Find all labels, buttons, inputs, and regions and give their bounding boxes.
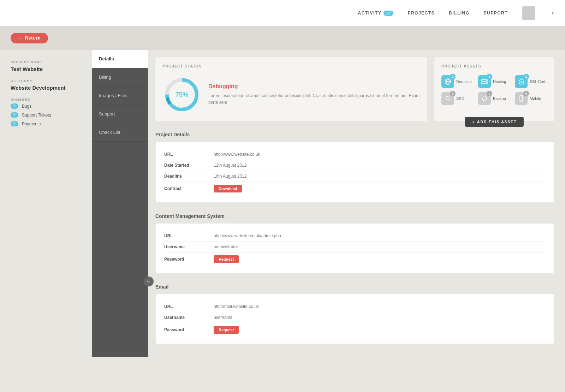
nav-images-files[interactable]: Images / Files — [92, 87, 148, 105]
domains-badge: 2 — [450, 74, 456, 79]
url-row: URL http://www.website.co.uk — [164, 149, 546, 160]
hosting-badge: 1 — [487, 74, 492, 79]
date-started-row: Date Started 12th August 2012 — [164, 160, 546, 171]
numbers-section: NUMBERS 0 Bugs 0 Support Tickets 0 Payme… — [11, 98, 92, 126]
nav-projects[interactable]: PROJECTS — [408, 11, 435, 16]
bugs-count: 0 — [11, 103, 18, 109]
cms-password-key: Password — [164, 257, 214, 262]
email-password-row: Password Request — [164, 323, 546, 337]
nav-billing[interactable]: Billing — [92, 68, 148, 87]
backup-badge: 0 — [487, 91, 492, 96]
project-assets-title: Project Assets — [441, 64, 547, 68]
domains-icon: 2 — [441, 75, 454, 88]
email-title: Email — [155, 284, 554, 290]
email-url-value: http://mail.website.co.uk — [214, 304, 259, 309]
left-sidebar: PROJECT NAME Test Website CATEGORY Websi… — [11, 50, 92, 357]
svg-point-10 — [446, 96, 449, 100]
svg-point-8 — [486, 80, 487, 81]
cms-password-row: Password Request — [164, 253, 546, 266]
status-content: 75% Debugging Lorem ipsum dolor sit amet… — [162, 75, 420, 114]
nav-items: ACTIVITY 10 PROJECTS BILLING SUPPORT ▼ — [358, 6, 554, 20]
donut-percentage: 75% — [176, 91, 188, 99]
status-label: Debugging — [208, 83, 420, 90]
asset-ssl: 1 SSL Cert — [515, 75, 547, 88]
return-button[interactable]: ← Return — [11, 33, 48, 43]
email-password-key: Password — [164, 327, 214, 332]
asset-domains: 2 Domains — [441, 75, 474, 88]
cms-username-row: Username administrator — [164, 242, 546, 253]
email-username-value: username — [214, 315, 232, 320]
return-bar: ← Return — [0, 26, 565, 50]
download-button[interactable]: Download — [214, 185, 242, 192]
nav-support[interactable]: Support — [92, 105, 148, 123]
svg-point-13 — [521, 100, 522, 101]
nav-checklist[interactable]: Check List — [92, 123, 148, 142]
center-nav: Details Billing Images / Files Support C… — [92, 50, 148, 357]
email-username-row: Username username — [164, 312, 546, 323]
email-url-key: URL — [164, 304, 214, 309]
payments-count: 0 — [11, 121, 18, 126]
svg-point-9 — [486, 83, 487, 83]
user-avatar[interactable] — [522, 6, 535, 20]
project-name-label: PROJECT NAME — [11, 60, 92, 64]
email-card: URL http://mail.website.co.uk Username u… — [155, 294, 554, 344]
contract-key: Contract — [164, 186, 214, 191]
support-label: Support Tickets — [22, 113, 51, 118]
activity-badge: 10 — [383, 11, 393, 16]
project-status-title: Project Status — [162, 64, 420, 68]
cms-title: Content Management System — [155, 213, 554, 219]
project-name-value: Test Website — [11, 66, 92, 72]
cms-username-value: administrator — [214, 244, 238, 249]
bugs-row: 0 Bugs — [11, 103, 92, 109]
payments-label: Payments — [22, 121, 41, 126]
ssl-icon: 1 — [515, 75, 528, 88]
backup-label: Backup — [493, 96, 506, 101]
deadline-value: 16th August 2012 — [214, 174, 246, 179]
add-asset-button[interactable]: + ADD THIS ASSET — [465, 117, 524, 127]
mobile-icon: 0 — [515, 92, 528, 105]
donut-chart: 75% — [162, 75, 201, 114]
cms-url-value: http://www.website.co.uk/admin.php — [214, 233, 281, 238]
numbers-label: NUMBERS — [11, 98, 92, 101]
mobile-label: Mobile — [530, 96, 541, 101]
cms-card: URL http://www.website.co.uk/admin.php U… — [155, 223, 554, 273]
main-layout: PROJECT NAME Test Website CATEGORY Websi… — [0, 50, 565, 368]
category-label: CATEGORY — [11, 79, 92, 83]
add-icon: + — [472, 120, 475, 124]
top-panels: Project Status 75% — [155, 57, 554, 121]
email-request-button[interactable]: Request — [214, 326, 239, 334]
date-started-key: Date Started — [164, 163, 214, 168]
activity-label: ACTIVITY — [358, 11, 382, 16]
asset-hosting: 1 Hosting — [478, 75, 511, 88]
email-username-key: Username — [164, 315, 214, 320]
cms-url-key: URL — [164, 233, 214, 238]
asset-seo: 0 SEO — [441, 92, 474, 105]
ssl-badge: 1 — [523, 74, 529, 79]
expand-button[interactable]: ⇔ — [144, 277, 154, 286]
asset-backup: 0 Backup — [478, 92, 511, 105]
project-details-card: URL http://www.website.co.uk Date Starte… — [155, 142, 554, 203]
payments-row: 0 Payments — [11, 121, 92, 126]
seo-label: SEO — [456, 96, 464, 101]
cms-url-row: URL http://www.website.co.uk/admin.php — [164, 231, 546, 242]
avatar-dropdown-arrow[interactable]: ▼ — [551, 11, 554, 15]
category-value: Website Development — [11, 85, 92, 91]
project-assets-panel: Project Assets 2 Domains — [434, 57, 554, 121]
hosting-label: Hosting — [493, 79, 506, 84]
seo-icon: 0 — [441, 92, 454, 105]
nav-support[interactable]: SUPPORT — [484, 11, 508, 16]
contract-row: Contract Download — [164, 182, 546, 195]
nav-activity[interactable]: ACTIVITY 10 — [358, 11, 394, 16]
url-value: http://www.website.co.uk — [214, 152, 260, 157]
assets-grid: 2 Domains 1 — [441, 75, 547, 105]
url-key: URL — [164, 152, 214, 157]
cms-request-button[interactable]: Request — [214, 255, 239, 263]
mobile-badge: 0 — [523, 91, 529, 96]
nav-details[interactable]: Details — [92, 50, 148, 68]
hosting-icon: 1 — [478, 75, 491, 88]
support-tickets-row: 0 Support Tickets — [11, 112, 92, 118]
bugs-label: Bugs — [22, 104, 31, 109]
support-count: 0 — [11, 112, 18, 118]
nav-billing[interactable]: BILLING — [449, 11, 470, 16]
backup-icon: 0 — [478, 92, 491, 105]
